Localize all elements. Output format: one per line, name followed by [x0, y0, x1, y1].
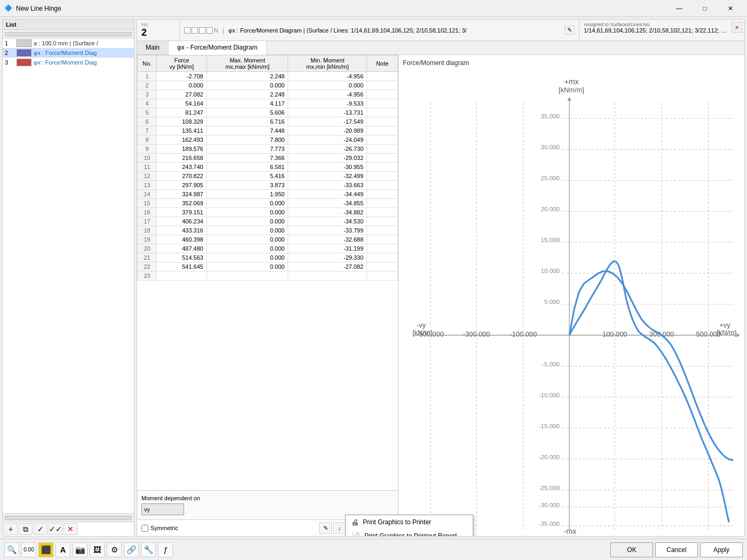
maximize-button[interactable]: □: [693, 0, 717, 17]
table-row[interactable]: 4 54.164 4.117 -9.533: [138, 99, 398, 108]
cell-max-moment: 7.800: [206, 135, 288, 145]
cell-note: [367, 181, 398, 190]
list-item[interactable]: 2 φx : Force/Moment Diag: [3, 48, 134, 58]
cell-max-moment: 6.716: [206, 117, 288, 126]
title-bar: 🔷 New Line Hinge — □ ✕: [0, 0, 747, 17]
table-row[interactable]: 3 27.082 2.248 -4.956: [138, 90, 398, 99]
table-row[interactable]: 10 216.658 7.366 -29.032: [138, 154, 398, 163]
assign-button[interactable]: ✕: [732, 22, 742, 33]
table-row[interactable]: 11 243.740 6.581 -30.955: [138, 163, 398, 172]
apply-button[interactable]: Apply: [700, 542, 743, 557]
ctx-print-printer[interactable]: 🖨 Print Graphics to Printer: [346, 515, 473, 529]
cell-force: 108.329: [157, 117, 207, 126]
image-button[interactable]: 🖼: [90, 542, 105, 557]
svg-text:20.000: 20.000: [541, 205, 560, 212]
check-all-button[interactable]: ✓✓: [49, 523, 62, 535]
cell-max-moment: 7.366: [206, 154, 288, 163]
horizontal-scrollbar[interactable]: [5, 516, 132, 520]
minimize-button[interactable]: —: [667, 0, 692, 17]
cell-no: 15: [138, 199, 157, 208]
table-row[interactable]: 22 541.645 0.000 -27.082: [138, 262, 398, 271]
number-format-button[interactable]: 0.00: [21, 542, 36, 557]
table-row[interactable]: 21 514.563 0.000 -29.330: [138, 253, 398, 262]
tab-main[interactable]: Main: [137, 41, 169, 54]
col-header-no: No.: [138, 55, 157, 72]
svg-text:-5.000: -5.000: [542, 361, 560, 367]
col-header-note: Note: [367, 55, 398, 72]
scroll-track[interactable]: [5, 32, 132, 36]
table-row[interactable]: 16 379.151 0.000 -34.882: [138, 208, 398, 217]
list-item[interactable]: 3 φx : Force/Moment Diag: [3, 58, 134, 67]
copy-button[interactable]: ⧉: [19, 523, 33, 535]
table-row[interactable]: 17 406.234 0.000 -34.530: [138, 217, 398, 226]
table-row[interactable]: 19 460.398 0.000 -32.688: [138, 235, 398, 244]
edit-name-button[interactable]: ✎: [565, 26, 575, 35]
header-row: No. 2 N | φx : Force/Moment Diagram | (S…: [137, 20, 744, 41]
cell-min-moment: -13.731: [288, 108, 367, 117]
cell-no: 2: [138, 81, 157, 90]
cell-note: [367, 199, 398, 208]
cell-note: [367, 271, 398, 281]
table-row[interactable]: 20 487.480 0.000 -31.199: [138, 244, 398, 253]
cell-max-moment: 4.117: [206, 99, 288, 108]
cell-min-moment: -34.530: [288, 217, 367, 226]
data-table: No. Forcevy [kN/m] Max. Momentmx,max [kN…: [137, 55, 398, 490]
ctx-print-report[interactable]: 📄 Print Graphics to Printout Report: [346, 529, 473, 536]
function-button[interactable]: ƒ: [158, 542, 173, 557]
cell-max-moment: 0.000: [206, 226, 288, 235]
cell-min-moment: -34.882: [288, 208, 367, 217]
svg-text:+vy: +vy: [719, 321, 730, 329]
list-item[interactable]: 1 a : 100.0 mm | (Surface /: [3, 38, 134, 48]
text-button[interactable]: A: [55, 542, 70, 557]
screenshot-button[interactable]: 📷: [73, 542, 88, 557]
cell-note: [367, 262, 398, 271]
symmetric-checkbox[interactable]: [141, 525, 148, 532]
search-button[interactable]: 🔍: [4, 542, 19, 557]
table-row[interactable]: 23: [138, 271, 398, 281]
edit-row-button[interactable]: ✎: [319, 522, 332, 534]
link-button[interactable]: 🔗: [124, 542, 139, 557]
moment-input[interactable]: [141, 503, 184, 515]
cell-min-moment: -9.533: [288, 99, 367, 108]
table-row[interactable]: 2 0.000 0.000 0.000: [138, 81, 398, 90]
cell-force: 0.000: [157, 81, 207, 90]
table-row[interactable]: 1 -2.708 2.248 -4.956: [138, 72, 398, 81]
cell-force: 54.164: [157, 99, 207, 108]
table-row[interactable]: 14 324.987 1.950 -34.449: [138, 190, 398, 199]
window-controls: — □ ✕: [667, 0, 743, 17]
moment-label: Moment dependent on: [141, 495, 394, 501]
cell-min-moment: -4.956: [288, 72, 367, 81]
chart-title: Force/Moment diagram: [403, 59, 740, 67]
svg-text:-20.000: -20.000: [539, 453, 560, 460]
delete-button[interactable]: ✕: [63, 523, 77, 535]
settings-button[interactable]: ⚙: [107, 542, 122, 557]
table-row[interactable]: 9 189.576 7.773 -26.730: [138, 145, 398, 154]
move-down-button[interactable]: ↓: [333, 522, 346, 534]
add-button[interactable]: +: [4, 523, 18, 535]
table-row[interactable]: 13 297.905 3.873 -33.663: [138, 181, 398, 190]
table-row[interactable]: 18 433.316 0.000 -33.799: [138, 226, 398, 235]
cell-min-moment: -29.330: [288, 253, 367, 262]
color-button[interactable]: ⬛: [38, 542, 53, 557]
cell-force: [157, 271, 207, 281]
cell-force: 27.082: [157, 90, 207, 99]
table-row[interactable]: 5 81.247 5.606 -13.731: [138, 108, 398, 117]
table-row[interactable]: 12 270.822 5.416 -32.499: [138, 172, 398, 181]
cancel-button[interactable]: Cancel: [655, 542, 698, 557]
table-row[interactable]: 6 108.329 6.716 -17.549: [138, 117, 398, 126]
close-button[interactable]: ✕: [718, 0, 743, 17]
table-row[interactable]: 7 135.411 7.448 -20.989: [138, 126, 398, 135]
table-row[interactable]: 15 352.069 0.000 -34.855: [138, 199, 398, 208]
ok-button[interactable]: OK: [610, 542, 653, 557]
tools-button[interactable]: 🔧: [141, 542, 156, 557]
table-row[interactable]: 8 162.493 7.800 -24.049: [138, 135, 398, 145]
cell-max-moment: 7.448: [206, 126, 288, 135]
svg-text:[kN/m]: [kN/m]: [412, 329, 432, 337]
check-button[interactable]: ✓: [34, 523, 47, 535]
tab-force-moment[interactable]: φx - Force/Moment Diagram: [169, 41, 266, 55]
assign-value: 1/14,61,69,104,106,125; 2/10,58,102,121;…: [584, 27, 728, 34]
cell-no: 22: [138, 262, 157, 271]
col-header-force: Forcevy [kN/m]: [157, 55, 207, 72]
cell-min-moment: -31.199: [288, 244, 367, 253]
symmetric-check: Symmetric: [141, 525, 178, 532]
